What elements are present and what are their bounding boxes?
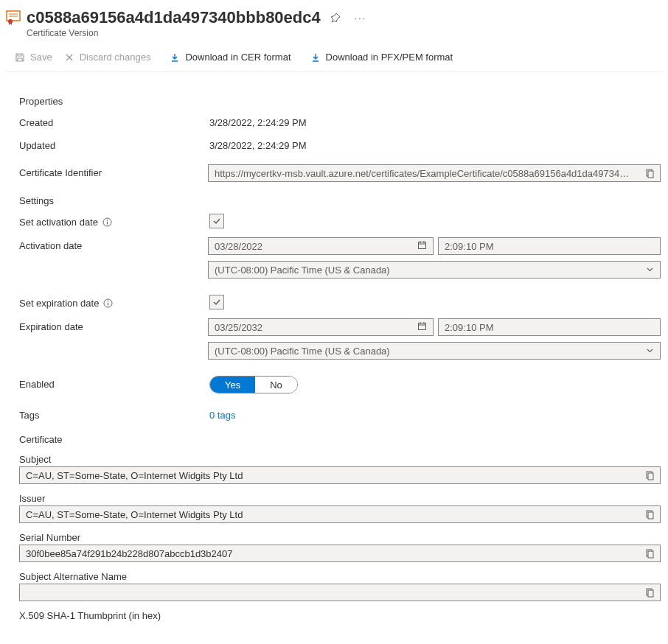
download-pfx-button[interactable]: Download in PFX/PEM format: [306, 49, 458, 66]
serial-value: 30f0bee85a74f291b24b228d807abccb1d3b2407: [20, 548, 639, 559]
copy-cert-identifier-button[interactable]: [639, 165, 660, 181]
svg-rect-11: [419, 242, 426, 249]
label-subject: Subject: [19, 454, 661, 465]
expiration-date-value: 03/25/2032: [215, 322, 262, 333]
label-enabled: Enabled: [19, 376, 209, 390]
section-settings: Settings: [19, 195, 661, 206]
copy-subject-button[interactable]: [639, 467, 660, 483]
copy-serial-button[interactable]: [639, 545, 660, 561]
svg-rect-29: [648, 590, 653, 597]
activation-tz-select[interactable]: (UTC-08:00) Pacific Time (US & Canada): [208, 261, 661, 279]
enabled-toggle[interactable]: Yes No: [209, 376, 298, 393]
copy-icon: [645, 471, 655, 480]
label-updated: Updated: [19, 137, 209, 151]
discard-label: Discard changes: [80, 52, 151, 63]
download-icon: [170, 52, 180, 63]
label-cert-identifier: Certificate Identifier: [19, 164, 208, 178]
svg-rect-23: [648, 473, 653, 480]
label-expiration-date: Expiration date: [19, 318, 208, 332]
download-cer-label: Download in CER format: [185, 52, 290, 63]
svg-rect-25: [648, 512, 653, 519]
save-button: Save: [10, 49, 57, 66]
subject-field: C=AU, ST=Some-State, O=Internet Widgits …: [19, 466, 661, 484]
copy-icon: [645, 588, 655, 598]
pin-button[interactable]: [325, 7, 346, 28]
info-icon[interactable]: [102, 217, 112, 227]
label-activation-date: Activation date: [19, 237, 208, 251]
download-pfx-label: Download in PFX/PEM format: [326, 52, 453, 63]
label-sha1-thumb: X.509 SHA-1 Thumbprint (in hex): [19, 610, 661, 621]
discard-button: Discard changes: [60, 49, 156, 66]
toggle-no[interactable]: No: [255, 377, 297, 393]
info-icon[interactable]: [103, 298, 113, 308]
checkmark-icon: [212, 217, 221, 225]
download-cer-button[interactable]: Download in CER format: [165, 49, 295, 66]
certificate-icon: [6, 7, 27, 27]
tags-link[interactable]: 0 tags: [209, 410, 235, 421]
activation-date-input[interactable]: 03/28/2022: [208, 237, 434, 255]
copy-icon: [645, 169, 655, 178]
expiration-tz-select[interactable]: (UTC-08:00) Pacific Time (US & Canada): [208, 342, 661, 360]
activation-tz-value: (UTC-08:00) Pacific Time (US & Canada): [215, 265, 390, 276]
san-field: [19, 584, 661, 601]
serial-field: 30f0bee85a74f291b24b228d807abccb1d3b2407: [19, 545, 661, 562]
set-expiration-checkbox[interactable]: [209, 295, 224, 309]
expiration-time-input[interactable]: 2:09:10 PM: [438, 318, 661, 336]
svg-point-16: [108, 301, 109, 302]
copy-icon: [645, 510, 655, 519]
pin-icon: [330, 13, 341, 23]
copy-issuer-button[interactable]: [639, 506, 660, 522]
issuer-value: C=AU, ST=Some-State, O=Internet Widgits …: [20, 509, 639, 520]
section-certificate: Certificate: [19, 434, 661, 445]
expiration-tz-value: (UTC-08:00) Pacific Time (US & Canada): [215, 346, 390, 357]
svg-rect-27: [648, 551, 653, 558]
label-set-expiration: Set expiration date: [19, 295, 209, 309]
download-icon: [310, 52, 321, 63]
label-set-activation: Set activation date: [19, 214, 209, 228]
label-san: Subject Alternative Name: [19, 571, 661, 582]
cert-identifier-field: https://mycertkv-msb.vault.azure.net/cer…: [208, 164, 661, 182]
copy-icon: [645, 549, 655, 559]
section-properties: Properties: [19, 96, 661, 107]
value-updated: 3/28/2022, 2:24:29 PM: [209, 137, 661, 151]
subject-value: C=AU, ST=Some-State, O=Internet Widgits …: [20, 470, 639, 481]
chevron-down-icon: [646, 265, 654, 276]
discard-icon: [64, 52, 74, 63]
expiration-time-value: 2:09:10 PM: [445, 322, 494, 333]
svg-point-9: [107, 220, 108, 221]
activation-time-input[interactable]: 2:09:10 PM: [438, 237, 661, 255]
calendar-icon: [417, 321, 427, 333]
copy-san-button[interactable]: [639, 584, 660, 601]
svg-rect-7: [648, 171, 653, 178]
svg-rect-18: [419, 323, 426, 330]
label-tags: Tags: [19, 407, 209, 421]
label-serial: Serial Number: [19, 532, 661, 543]
activation-time-value: 2:09:10 PM: [445, 241, 494, 252]
cert-identifier-value: https://mycertkv-msb.vault.azure.net/cer…: [209, 168, 639, 179]
label-created: Created: [19, 114, 209, 128]
page-title: c0588a69156a4d1da497340bbb80edc4: [27, 7, 321, 28]
ellipsis-icon: ···: [354, 13, 366, 24]
issuer-field: C=AU, ST=Some-State, O=Internet Widgits …: [19, 505, 661, 523]
page-subtitle: Certificate Version: [27, 28, 662, 38]
save-label: Save: [30, 52, 52, 63]
chevron-down-icon: [646, 346, 654, 357]
value-created: 3/28/2022, 2:24:29 PM: [209, 114, 661, 128]
set-activation-checkbox[interactable]: [209, 214, 224, 228]
label-issuer: Issuer: [19, 493, 661, 504]
calendar-icon: [417, 240, 427, 252]
activation-date-value: 03/28/2022: [215, 241, 262, 252]
save-icon: [15, 52, 25, 63]
more-button[interactable]: ···: [350, 7, 371, 28]
checkmark-icon: [212, 298, 221, 307]
expiration-date-input[interactable]: 03/25/2032: [208, 318, 434, 336]
toggle-yes[interactable]: Yes: [210, 377, 255, 393]
command-bar: Save Discard changes Download in CER for…: [6, 46, 662, 72]
